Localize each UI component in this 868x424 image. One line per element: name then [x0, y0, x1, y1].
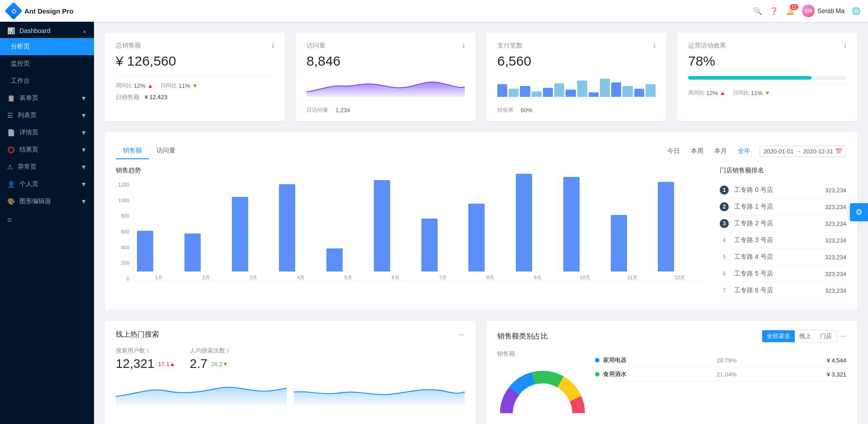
- rank-number: 3: [720, 219, 729, 228]
- ranking-area: 门店销售额排名 1 工专路 0 号店 323,234 2 工专路 1 号店 32…: [720, 167, 846, 299]
- stat-card-visits: 访问量 ℹ 8,846: [296, 33, 476, 121]
- ranking-item: 7 工专路 6 号店 323,234: [720, 282, 846, 299]
- time-btn-week[interactable]: 本周: [689, 146, 705, 156]
- sidebar-item-monitor-label: 监控页: [11, 60, 30, 68]
- legend-item-2: 食用酒水 21.04% ¥ 3,321: [595, 367, 846, 381]
- tab-sales[interactable]: 销售额: [116, 143, 149, 159]
- chevron-down-icon-3: ▼: [80, 129, 87, 136]
- sidebar-item-analysis[interactable]: 分析页: [0, 38, 94, 55]
- user-info[interactable]: SM Serati Ma: [802, 5, 844, 17]
- sidebar-group-dashboard[interactable]: 📊 Dashboard ▲: [0, 22, 94, 38]
- time-btn-month[interactable]: 本月: [712, 146, 729, 156]
- sidebar-item-monitor[interactable]: 监控页: [0, 55, 94, 72]
- bar[interactable]: [374, 180, 390, 272]
- bar-label: 11月: [627, 274, 637, 281]
- day-value: 11%: [179, 82, 190, 89]
- info-icon-total-sales[interactable]: ℹ: [272, 42, 274, 49]
- time-btn-year[interactable]: 全年: [736, 146, 752, 156]
- bar[interactable]: [326, 248, 343, 272]
- ranking-item: 5 工专路 4 号店 323,234: [720, 249, 846, 266]
- bar[interactable]: [611, 215, 627, 272]
- header-right: 🔍 ❓ 🔔 11 SM Serati Ma 🌐: [753, 5, 861, 17]
- sidebar-section-editor-label: 图形编辑器: [19, 197, 51, 205]
- bar[interactable]: [232, 197, 248, 272]
- sidebar-item-workbench[interactable]: 工作台: [0, 72, 94, 90]
- bar[interactable]: [421, 219, 438, 272]
- daily-sales-footer: 日销售额 ¥ 12,423: [116, 93, 274, 101]
- chevron-up-icon: ▲: [82, 29, 87, 33]
- rank-number: 2: [720, 202, 729, 211]
- search-users-value: 12,321: [116, 357, 155, 371]
- sidebar-collapse-button[interactable]: ≡: [0, 210, 94, 230]
- rank-number: 6: [720, 269, 729, 278]
- pie-btn-store[interactable]: 门店: [816, 330, 836, 342]
- bar-chart-container: 1200 1000 800 600 400 200 0 1月: [116, 182, 705, 281]
- logo-icon: ◇: [5, 2, 23, 20]
- stat-value-payments: 6,560: [497, 53, 656, 69]
- chart-body: 销售趋势 1200 1000 800 600 400 200 0: [116, 167, 846, 299]
- search-icon[interactable]: 🔍: [753, 7, 762, 15]
- editor-icon: 🎨: [7, 198, 15, 205]
- sidebar-section-form[interactable]: 📋 表单页 ▼: [0, 90, 94, 107]
- bar[interactable]: [658, 182, 674, 272]
- notification-icon[interactable]: 🔔 11: [786, 7, 795, 15]
- bar[interactable]: [137, 231, 153, 272]
- bottom-row: 线上热门搜索 ··· 搜索用户数 ℹ 12,321 17.1▲: [105, 321, 857, 424]
- search-more-icon[interactable]: ···: [459, 331, 465, 339]
- visits-sparkline: [307, 76, 465, 97]
- stat-value-total-sales: ¥ 126,560: [116, 53, 274, 69]
- help-icon[interactable]: ❓: [769, 7, 778, 15]
- pie-subtitle: 销售额: [497, 350, 588, 358]
- settings-fab[interactable]: ⚙: [850, 203, 868, 221]
- ranking-left: 6 工专路 5 号店: [720, 269, 773, 278]
- calendar-icon: 📅: [835, 148, 842, 155]
- bar[interactable]: [468, 204, 485, 272]
- sidebar-section-profile-label: 个人页: [19, 180, 38, 188]
- pie-card: 销售额类别占比 全部渠道 线上 门店 ··· 销售额: [486, 321, 857, 424]
- bar-group: 11月: [611, 215, 655, 281]
- stat-footer-payments: 转化率 60%: [497, 100, 656, 114]
- dashboard-icon: 📊: [7, 27, 15, 34]
- rank-number: 7: [720, 286, 729, 295]
- pie-btn-all[interactable]: 全部渠道: [762, 330, 795, 342]
- day-label: 日同比: [160, 82, 177, 90]
- sidebar-section-editor[interactable]: 🎨 图形编辑器 ▼: [0, 193, 94, 210]
- pie-chart-svg: [497, 363, 588, 418]
- sidebar-section-detail[interactable]: 📄 详情页 ▼: [0, 124, 94, 141]
- info-icon-payments[interactable]: ℹ: [653, 42, 656, 49]
- legend-item-1: 家用电器 28.79% ¥ 4,544: [595, 353, 846, 367]
- stat-card-total-sales: 总销售额 ℹ ¥ 126,560 周同比 12% ▲ 日同比 11% ▼: [105, 33, 285, 121]
- stat-footer-operations: 周同比 12% ▲ 日同比 11% ▼: [688, 83, 846, 97]
- pie-btn-online[interactable]: 线上: [795, 330, 816, 342]
- bars-container: 1月 2月 3月 4月 5月 6月: [133, 182, 705, 281]
- sidebar-section-list[interactable]: ☰ 列表页 ▼: [0, 107, 94, 124]
- ranking-value: 323,234: [825, 254, 846, 261]
- day-trend-down-icon: ▼: [192, 82, 198, 89]
- chevron-down-icon-6: ▼: [80, 181, 87, 188]
- time-btn-today[interactable]: 今日: [665, 146, 682, 156]
- operations-progress-fill: [688, 76, 811, 80]
- ranking-list: 1 工专路 0 号店 323,234 2 工专路 1 号店 323,234 3 …: [720, 182, 846, 299]
- ranking-left: 3 工专路 2 号店: [720, 219, 773, 228]
- daily-sales-label: 日销售额: [116, 94, 139, 100]
- chart-section-header: 销售额 访问量 今日 本周 本月 全年 2020-01-01 → 2020-12…: [116, 143, 846, 159]
- date-arrow: →: [796, 148, 802, 155]
- bar[interactable]: [563, 177, 580, 272]
- sidebar-section-profile[interactable]: 👤 个人页 ▼: [0, 176, 94, 193]
- info-icon-operations[interactable]: ℹ: [844, 42, 846, 49]
- sidebar-section-exception[interactable]: ⚠ 异常页 ▼: [0, 158, 94, 176]
- pie-more-icon[interactable]: ···: [840, 332, 846, 340]
- bar[interactable]: [184, 233, 201, 272]
- language-icon[interactable]: 🌐: [852, 7, 861, 15]
- info-icon-visits[interactable]: ℹ: [462, 42, 465, 49]
- bar-group: 3月: [232, 197, 276, 281]
- bar[interactable]: [516, 174, 532, 272]
- ranking-item: 1 工专路 0 号店 323,234: [720, 182, 846, 199]
- y-axis: 1200 1000 800 600 400 200 0: [116, 182, 129, 281]
- sidebar-section-result[interactable]: ⭕ 结果页 ▼: [0, 141, 94, 158]
- date-range-picker[interactable]: 2020-01-01 → 2020-12-31 📅: [760, 146, 846, 157]
- tab-visits[interactable]: 访问量: [149, 143, 183, 159]
- rank-store-name: 工专路 6 号店: [734, 286, 773, 295]
- avg-searches-wave: [294, 378, 465, 405]
- bar[interactable]: [279, 184, 295, 272]
